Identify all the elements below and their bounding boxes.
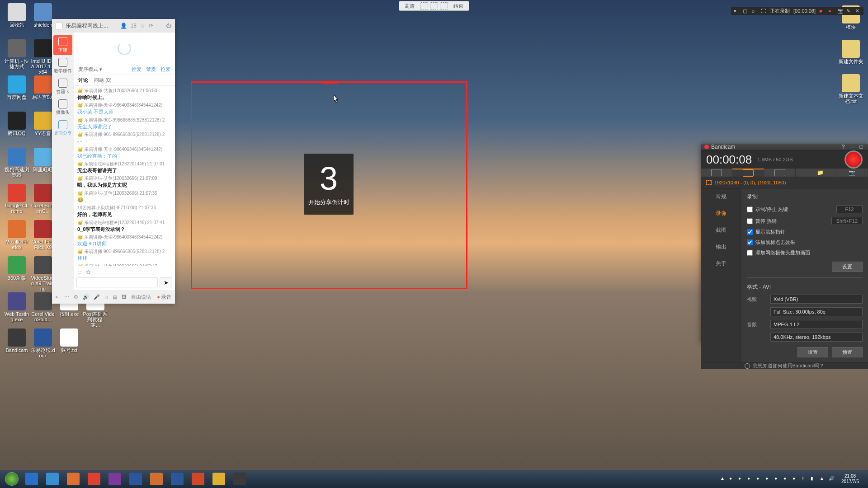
desktop-icon[interactable]: 回收站: [4, 2, 30, 38]
emoji-icon[interactable]: ☺: [76, 269, 82, 276]
open-folder-button[interactable]: 📁: [805, 169, 836, 177]
more-icon[interactable]: ⋯: [64, 294, 69, 300]
home-icon[interactable]: [440, 2, 448, 9]
sidebar-item[interactable]: 答题卡: [53, 77, 72, 97]
taskbar-app[interactable]: [84, 472, 104, 486]
sidebar-item[interactable]: 教学课件: [53, 56, 72, 76]
taskbar-app[interactable]: [42, 472, 62, 486]
mode-game[interactable]: [701, 169, 732, 177]
minimize-button[interactable]: —: [157, 23, 162, 29]
desktop-icon[interactable]: 新建文件夹: [839, 39, 863, 64]
gear-icon[interactable]: ⚙: [74, 294, 78, 300]
sidebar-item[interactable]: 桌面分享: [53, 118, 72, 138]
taskbar-app[interactable]: [188, 472, 208, 486]
tab-question[interactable]: 问题 (0): [94, 77, 112, 83]
user-icon[interactable]: 👤: [120, 23, 127, 29]
taskbar-app[interactable]: [63, 472, 83, 486]
hd-button[interactable]: 高清: [401, 2, 418, 10]
frame-handle[interactable]: [321, 81, 337, 84]
show-cursor-checkbox[interactable]: [747, 229, 753, 235]
mode-link[interactable]: 抢麦: [160, 66, 170, 73]
battery-icon[interactable]: ▮: [811, 476, 817, 482]
desktop-icon[interactable]: 新建文本文档.txt: [838, 73, 863, 104]
stop-icon[interactable]: ■: [819, 8, 825, 14]
settings-button[interactable]: 设置: [832, 262, 863, 272]
desktop-icon[interactable]: 360杀毒: [4, 255, 30, 291]
taskbar-app[interactable]: [146, 472, 166, 486]
bandicam-side-tab[interactable]: 常规: [701, 188, 741, 205]
desktop-icon[interactable]: 计算机 - 快捷方式: [4, 38, 30, 75]
mic-icon[interactable]: 🎤: [94, 294, 100, 300]
star-icon[interactable]: ☆: [140, 23, 145, 29]
pause-hotkey-checkbox[interactable]: [747, 218, 753, 224]
tray-icon[interactable]: ▲: [720, 476, 726, 482]
tray-icon[interactable]: ●: [774, 476, 781, 482]
pause-hotkey-value[interactable]: Shift+F12: [831, 217, 863, 225]
desktop-icon[interactable]: Bandicam: [4, 328, 30, 364]
bandicam-titlebar[interactable]: Bandicam ? — □: [701, 144, 868, 150]
screenshot-button[interactable]: 📷: [836, 169, 868, 177]
desktop-icon[interactable]: 百度网盘: [4, 75, 30, 111]
desktop-icon[interactable]: Google Chrome: [4, 183, 30, 219]
list-icon[interactable]: ▤: [113, 294, 117, 300]
bandicam-side-tab[interactable]: 录像: [701, 205, 741, 222]
format-settings-button[interactable]: 设置: [797, 347, 828, 357]
tray-icon[interactable]: ●: [756, 476, 763, 482]
record-button[interactable]: 录音: [157, 294, 171, 300]
free-talk-label[interactable]: 自由说话: [131, 294, 151, 300]
desktop-icon[interactable]: 搜狗高速浏览器: [4, 147, 30, 183]
taskbar-app[interactable]: [167, 472, 187, 486]
exit-icon[interactable]: ⇤: [56, 294, 60, 300]
draw-icon[interactable]: ✎: [846, 8, 852, 14]
search-icon[interactable]: ⌕: [752, 8, 757, 14]
minimize-button[interactable]: —: [849, 144, 855, 150]
mode-link[interactable]: 控麦: [132, 66, 142, 73]
wifi-icon[interactable]: ▲: [820, 476, 826, 482]
mode-device[interactable]: [764, 169, 796, 177]
music-icon[interactable]: ♫: [104, 294, 108, 300]
camera-icon[interactable]: 📷: [837, 8, 843, 14]
sidebar-item[interactable]: 摄像头: [53, 98, 72, 117]
help-button[interactable]: ?: [840, 144, 846, 150]
rec-hotkey-checkbox[interactable]: [747, 206, 753, 212]
sidebar-item[interactable]: 下课: [53, 35, 72, 55]
dropdown-icon[interactable]: ▾: [734, 8, 739, 14]
bandicam-side-tab[interactable]: 截图: [701, 222, 741, 239]
taskbar-app[interactable]: [209, 472, 229, 486]
tray-icon[interactable]: ●: [747, 476, 754, 482]
speaker-icon[interactable]: 🔊: [83, 294, 89, 300]
close-icon[interactable]: ✕: [855, 8, 861, 14]
target-icon[interactable]: ▢: [743, 8, 748, 14]
end-button[interactable]: 结束: [450, 2, 467, 10]
taskbar-app[interactable]: [230, 472, 250, 486]
tray-icon[interactable]: ●: [765, 476, 772, 482]
desktop-icon[interactable]: Mozilla Firefox: [4, 219, 30, 255]
tray-icon[interactable]: ●: [783, 476, 790, 482]
rec-hotkey-value[interactable]: F12: [836, 205, 863, 213]
record-icon[interactable]: ●: [828, 8, 834, 14]
desktop-icon[interactable]: 腾讯QQ: [4, 111, 30, 147]
taskbar-clock[interactable]: 21:08 2017/7/5: [838, 474, 863, 484]
taskbar-app[interactable]: [126, 472, 146, 486]
record-toggle-button[interactable]: [844, 150, 863, 169]
click-effect-checkbox[interactable]: [747, 239, 753, 245]
desktop-icon[interactable]: 账号.txt: [56, 328, 82, 364]
window-icon[interactable]: [430, 2, 438, 9]
desktop-icon[interactable]: Web Testing.exe: [4, 291, 30, 328]
region-icon[interactable]: [420, 2, 428, 9]
tray-icon[interactable]: ●: [729, 476, 736, 482]
send-button[interactable]: ➤: [160, 277, 172, 287]
preset-button[interactable]: 预置: [832, 347, 863, 357]
tray-icon[interactable]: ●: [738, 476, 745, 482]
bandicam-side-tab[interactable]: 关于: [701, 255, 741, 272]
chat-titlebar[interactable]: 乐易编程网线上... 👤 18 ☆ ⟳ — ⏻: [52, 19, 175, 33]
fullscreen-icon[interactable]: ⛶: [761, 8, 766, 14]
bluetooth-icon[interactable]: ᚼ: [802, 476, 808, 482]
maximize-button[interactable]: □: [858, 144, 864, 150]
chat-input[interactable]: [76, 277, 158, 287]
tray-icon[interactable]: ●: [793, 476, 799, 482]
volume-icon[interactable]: 🔊: [829, 476, 835, 482]
bandicam-side-tab[interactable]: 输出: [701, 239, 741, 255]
flower-icon[interactable]: ✿: [86, 269, 91, 276]
start-button[interactable]: [3, 472, 21, 486]
